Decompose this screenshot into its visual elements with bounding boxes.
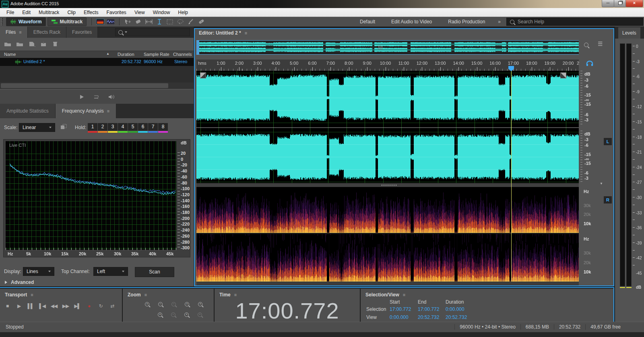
selection-view-title[interactable]: Selection/View≡ — [365, 292, 405, 298]
menu-view[interactable]: View — [130, 9, 149, 16]
overview-waveform-canvas[interactable] — [196, 41, 579, 53]
menu-help[interactable]: Help — [174, 9, 192, 16]
hold-button-6[interactable]: 6 — [138, 123, 148, 133]
scale-dropdown[interactable]: Linear — [19, 123, 55, 132]
transport-title[interactable]: Transport≡ — [5, 292, 33, 298]
col-name[interactable]: Name — [4, 52, 16, 57]
hold-button-5[interactable]: 5 — [128, 123, 138, 133]
zoom-out-time-button[interactable]: − — [170, 311, 177, 318]
fade-in-handle-icon[interactable] — [200, 72, 206, 78]
menu-effects[interactable]: Effects — [80, 9, 102, 16]
overview-left-handle[interactable] — [196, 41, 199, 54]
copy-channels-icon[interactable] — [60, 124, 67, 130]
menu-edit[interactable]: Edit — [18, 9, 35, 16]
play-button[interactable]: ▶ — [15, 303, 23, 309]
hold-button-1[interactable]: 1 — [88, 123, 97, 133]
tab-amplitude-statistics[interactable]: Amplitude Statistics — [0, 104, 56, 118]
scrollbar-thumb[interactable] — [1, 83, 168, 88]
level-meter-right[interactable] — [626, 43, 632, 286]
spectral-display-area[interactable] — [196, 187, 579, 282]
scan-button[interactable]: Scan — [135, 267, 174, 277]
files-horizontal-scrollbar[interactable] — [0, 82, 194, 89]
workspace-edit-audio-to-video[interactable]: Edit Audio to Video — [384, 18, 439, 26]
selection-value[interactable]: 20:52.732 — [446, 314, 467, 320]
workspace-radio-production[interactable]: Radio Production — [441, 18, 492, 26]
sort-ascending-icon[interactable]: ▲ — [106, 52, 109, 55]
editor-title[interactable]: Editor: Untitled 2 *≡ — [199, 30, 247, 36]
spectral-frequency-display-icon[interactable] — [96, 18, 105, 26]
waveform-display-area[interactable] — [196, 71, 579, 183]
overview-strip[interactable] — [196, 40, 579, 55]
frequency-analysis-graph[interactable]: Live CTI dB200-20-40-60-80-100-120-140-1… — [3, 139, 190, 257]
rewind-button[interactable]: ◀◀ — [50, 303, 58, 309]
zoom-navigate-icon[interactable] — [584, 41, 588, 49]
editor-list-icon[interactable]: ☰ — [598, 41, 603, 47]
spectral-canvas[interactable] — [196, 187, 579, 282]
zoom-out-full-button[interactable]: − — [170, 301, 177, 307]
files-table-header[interactable]: Name ▲ Duration Sample Rate Channels — [0, 51, 194, 59]
trash-icon[interactable] — [52, 41, 58, 47]
loop-playback-button[interactable] — [93, 95, 99, 99]
help-search-box[interactable] — [506, 18, 643, 26]
selection-value[interactable]: 0:00.000 — [446, 306, 464, 312]
menu-window[interactable]: Window — [149, 9, 174, 16]
waveform-view-button[interactable]: Waveform — [6, 17, 46, 26]
col-channels[interactable]: Channels — [173, 52, 192, 57]
hold-button-3[interactable]: 3 — [108, 123, 118, 133]
workspace-overflow-button[interactable]: » — [492, 19, 506, 25]
menu-clip[interactable]: Clip — [63, 9, 80, 16]
panel-menu-icon[interactable]: ≡ — [245, 31, 247, 35]
tab-favorites[interactable]: Favorites — [66, 27, 98, 38]
move-tool-icon[interactable] — [124, 18, 132, 26]
insert-into-multitrack-icon[interactable] — [40, 41, 47, 47]
menu-favorites[interactable]: Favorites — [103, 9, 130, 16]
selection-value[interactable]: 20:52.732 — [418, 314, 439, 320]
menu-multitrack[interactable]: Multitrack — [35, 9, 63, 16]
fast-forward-button[interactable]: ▶▶ — [62, 303, 70, 309]
file-row[interactable]: Untitled 2 * 20:52.732 96000 Hz Stereo — [0, 58, 194, 66]
hold-button-8[interactable]: 8 — [158, 123, 168, 133]
panel-menu-icon[interactable]: ≡ — [19, 30, 21, 35]
zoom-in-left-edge-button[interactable]: + — [184, 301, 190, 307]
move-previous-button[interactable]: ▌◀ — [38, 303, 46, 309]
ibeam-tool-icon[interactable] — [155, 18, 164, 26]
spot-healing-brush-tool-icon[interactable] — [197, 18, 206, 26]
tab-effects-rack[interactable]: Effects Rack — [28, 27, 66, 38]
zoom-out-amplitude-button[interactable]: − — [157, 301, 164, 307]
paintbrush-selection-tool-icon[interactable] — [186, 18, 195, 26]
display-dropdown[interactable]: Lines — [23, 267, 54, 276]
menu-file[interactable]: File — [2, 9, 18, 16]
marquee-selection-tool-icon[interactable] — [165, 18, 174, 26]
panel-menu-icon[interactable]: ≡ — [107, 109, 109, 113]
help-search-input[interactable] — [517, 18, 619, 25]
time-display[interactable]: 17:00.772 — [215, 298, 360, 324]
multitrack-view-button[interactable]: Multitrack — [47, 17, 87, 26]
level-meter-left[interactable] — [620, 43, 625, 286]
skip-selection-button[interactable]: ⇄ — [108, 303, 116, 309]
record-button[interactable]: ● — [85, 303, 93, 309]
zoom-title[interactable]: Zoom≡ — [128, 292, 147, 298]
zoom-in-amplitude-button[interactable]: + — [144, 301, 151, 307]
tab-frequency-analysis[interactable]: Frequency Analysis≡ — [56, 104, 116, 118]
waveform-display-icon[interactable] — [106, 18, 115, 26]
time-title[interactable]: Time≡ — [219, 292, 237, 298]
zoom-in-right-edge-button[interactable]: + — [197, 301, 204, 307]
frequency-plot-canvas[interactable] — [6, 141, 176, 250]
selection-value[interactable]: 17:00.772 — [418, 306, 439, 312]
fade-out-handle-icon[interactable] — [560, 72, 566, 78]
col-duration[interactable]: Duration — [118, 52, 134, 57]
minimize-button[interactable]: ─ — [602, 0, 614, 7]
auto-play-button[interactable] — [108, 95, 115, 99]
ruler-unit[interactable]: hms — [198, 61, 206, 66]
col-sample-rate[interactable]: Sample Rate — [144, 52, 169, 57]
stop-button[interactable]: ■ — [3, 303, 11, 309]
close-button[interactable]: × — [625, 0, 643, 7]
zoom-reset-button[interactable]: + — [196, 311, 203, 318]
advanced-toggle[interactable]: Advanced — [5, 279, 34, 285]
zoom-in-time-button[interactable]: + — [157, 311, 163, 318]
lasso-selection-tool-icon[interactable] — [176, 18, 185, 26]
hold-button-4[interactable]: 4 — [118, 123, 128, 133]
tab-levels[interactable]: Levels — [618, 27, 640, 39]
collapse-spectral-icon[interactable]: ▼ — [600, 182, 603, 185]
workspace-default[interactable]: Default — [353, 18, 382, 26]
